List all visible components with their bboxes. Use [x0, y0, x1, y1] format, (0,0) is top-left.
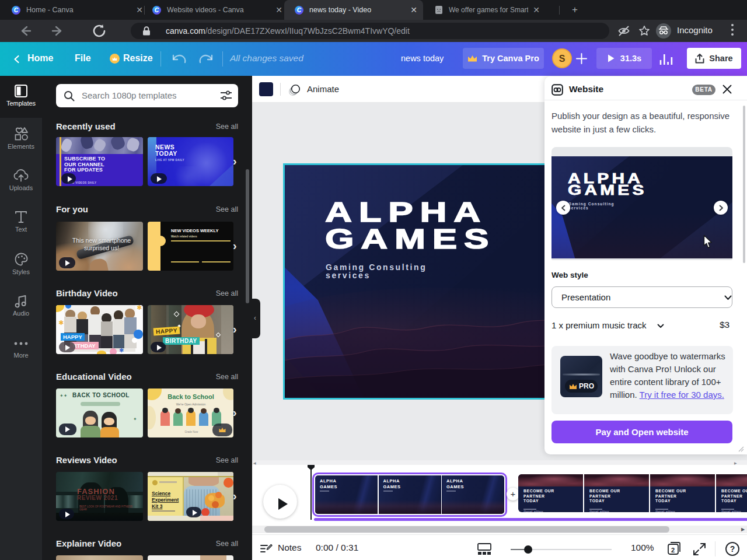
- svg-text:2: 2: [671, 547, 675, 554]
